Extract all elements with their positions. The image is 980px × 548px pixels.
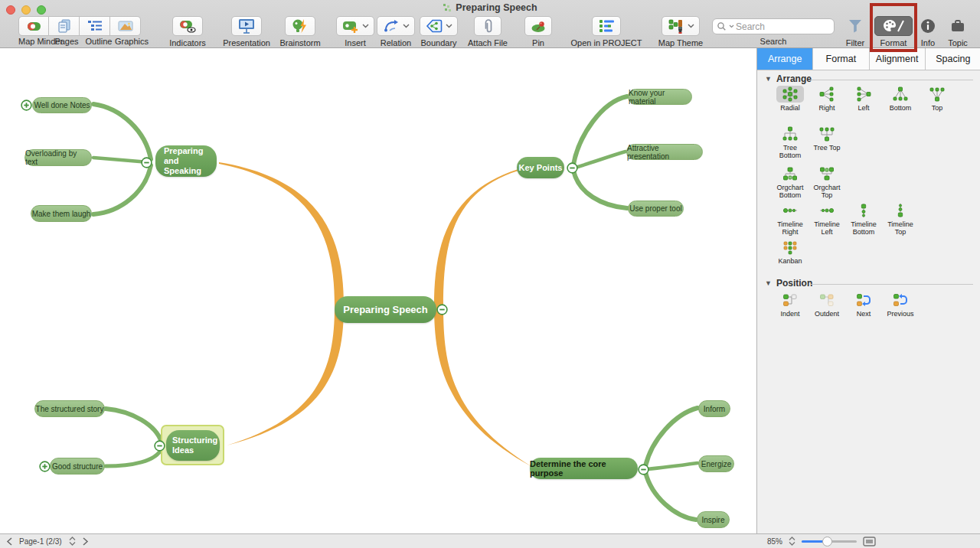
- search-label: Search: [735, 37, 812, 46]
- topic-key-points[interactable]: Key Points: [517, 157, 564, 178]
- insert-button[interactable]: Insert: [332, 16, 378, 47]
- arrange-radial-icon: [782, 86, 799, 103]
- subtopic-energize[interactable]: Energize: [698, 455, 734, 472]
- arrange-tree-top-button[interactable]: Tree Top: [808, 126, 845, 152]
- subtopic-good-structure[interactable]: Good structure: [50, 458, 105, 475]
- topic-button[interactable]: Topic: [942, 16, 973, 47]
- search-field[interactable]: [712, 18, 835, 34]
- arrange-section-header[interactable]: ▼Arrange: [765, 73, 812, 84]
- search-input[interactable]: [736, 21, 828, 32]
- collapse-control-key-points[interactable]: [567, 162, 578, 174]
- window-title: Preparing Speech: [456, 2, 537, 13]
- topic-preparing-and-speaking[interactable]: Preparing and Speaking: [155, 145, 217, 177]
- subtopic-make-them-laugh[interactable]: Make them laugh: [31, 205, 92, 222]
- graphics-button[interactable]: [110, 16, 141, 36]
- boundary-button[interactable]: Boundary: [416, 16, 462, 47]
- page-stepper[interactable]: [69, 537, 76, 546]
- position-outdent-button[interactable]: Outdent: [808, 292, 845, 318]
- subtopic-use-proper-tool[interactable]: Use proper tool: [628, 201, 684, 217]
- tab-alignment[interactable]: Alignment: [870, 48, 926, 70]
- open-in-project-button[interactable]: Open in PROJECT: [568, 16, 645, 47]
- outline-button[interactable]: [80, 16, 110, 36]
- arrange-kanban-icon: [782, 239, 799, 256]
- subtopic-know-your-material[interactable]: Know your material: [628, 89, 692, 105]
- pages-icon: [55, 17, 74, 35]
- arrange-tree-bottom-icon: [782, 126, 799, 142]
- position-next-button[interactable]: Next: [845, 292, 882, 318]
- tab-format[interactable]: Format: [813, 48, 869, 70]
- zoom-stepper[interactable]: [789, 537, 795, 546]
- format-palette-icon: [882, 18, 905, 34]
- map-minder-label: Map Minder: [18, 37, 51, 46]
- arrange-top-icon: [929, 86, 946, 103]
- position-outdent-icon: [818, 292, 835, 308]
- pages-label: Pages: [51, 37, 83, 46]
- paperclip-icon: [479, 17, 496, 35]
- map-links: [0, 48, 756, 533]
- arrange-timeline-top-button[interactable]: Timeline Top: [882, 202, 919, 236]
- filter-button[interactable]: Filter: [836, 16, 874, 47]
- arrange-radial-button[interactable]: Radial: [772, 86, 808, 112]
- subtopic-inform[interactable]: Inform: [698, 400, 730, 417]
- arrange-orgchart-bottom-button[interactable]: Orgchart Bottom: [772, 165, 808, 199]
- subtopic-overloading-by-text[interactable]: Overloading by text: [24, 149, 92, 166]
- chevron-down-icon: [688, 24, 694, 28]
- position-section-header[interactable]: ▼Position: [765, 278, 812, 289]
- brainstorm-button[interactable]: Brainstorm: [277, 16, 323, 47]
- arrange-bottom-icon: [892, 86, 909, 103]
- pin-icon: [530, 17, 547, 35]
- position-indent-button[interactable]: Indent: [772, 292, 808, 318]
- indicators-button[interactable]: Indicators: [165, 16, 211, 47]
- subtopic-structured-story[interactable]: The structured story: [34, 400, 105, 417]
- zoom-slider-thumb[interactable]: [822, 537, 832, 546]
- link-right-arc: [434, 169, 532, 467]
- arrange-timeline-right-button[interactable]: Timeline Right: [772, 202, 808, 236]
- format-button[interactable]: Format: [874, 16, 913, 47]
- page-indicator[interactable]: Page-1 (2/3): [19, 537, 62, 546]
- arrange-left-button[interactable]: Left: [845, 86, 882, 112]
- collapse-control-determine[interactable]: [638, 464, 649, 475]
- subtopic-inspire[interactable]: Inspire: [697, 511, 730, 528]
- position-previous-button[interactable]: Previous: [882, 292, 919, 318]
- fit-page-icon[interactable]: [863, 537, 876, 546]
- expand-control-well-done-notes[interactable]: [21, 99, 32, 111]
- previous-page-icon[interactable]: [6, 537, 12, 546]
- map-minder-button[interactable]: [18, 16, 49, 36]
- subtopic-attractive-presentation[interactable]: Attractive presentation: [626, 144, 703, 160]
- topic-determine-core-purpose[interactable]: Determine the core purpose: [530, 458, 638, 479]
- collapse-control-central[interactable]: [436, 304, 448, 315]
- info-button[interactable]: Info: [913, 16, 943, 47]
- map-theme-button[interactable]: Map Theme: [658, 16, 704, 47]
- arrange-bottom-button[interactable]: Bottom: [882, 86, 919, 112]
- map-canvas[interactable]: Preparing Speech Preparing and Speaking …: [0, 48, 756, 533]
- pin-button[interactable]: Pin: [515, 16, 561, 47]
- filter-icon: [846, 17, 864, 35]
- subtopic-well-done-notes[interactable]: Well done Notes: [32, 97, 92, 113]
- arrange-orgchart-top-button[interactable]: Orgchart Top: [808, 165, 845, 199]
- arrange-timeline-bottom-button[interactable]: Timeline Bottom: [845, 202, 882, 236]
- expand-control-good-structure[interactable]: [39, 461, 51, 472]
- topic-structuring-ideas[interactable]: Structuring Ideas: [166, 430, 220, 461]
- arrange-tree-bottom-button[interactable]: Tree Bottom: [772, 126, 808, 159]
- link-left-arc: [219, 162, 344, 445]
- zoom-slider[interactable]: [802, 540, 857, 543]
- relation-button[interactable]: Relation: [373, 16, 419, 47]
- collapse-control-preparing[interactable]: [141, 157, 152, 168]
- arrange-kanban-button[interactable]: Kanban: [772, 239, 808, 265]
- tab-spacing[interactable]: Spacing: [926, 48, 980, 70]
- arrange-right-icon: [818, 86, 835, 103]
- arrange-timeline-left-button[interactable]: Timeline Left: [808, 202, 845, 236]
- arrange-top-button[interactable]: Top: [919, 86, 956, 112]
- attach-file-button[interactable]: Attach File: [465, 16, 511, 47]
- relation-icon: [382, 17, 400, 35]
- position-indent-icon: [782, 292, 799, 308]
- outline-label: Outline: [83, 37, 115, 46]
- topic-central[interactable]: Preparing Speech: [335, 296, 436, 323]
- tab-arrange[interactable]: Arrange: [757, 48, 813, 70]
- arrange-timeline-top-icon: [892, 202, 909, 219]
- next-page-icon[interactable]: [83, 537, 89, 546]
- arrange-right-button[interactable]: Right: [808, 86, 845, 112]
- pages-button[interactable]: [49, 16, 80, 36]
- collapse-control-structuring[interactable]: [154, 440, 165, 452]
- presentation-button[interactable]: Presentation: [224, 16, 270, 47]
